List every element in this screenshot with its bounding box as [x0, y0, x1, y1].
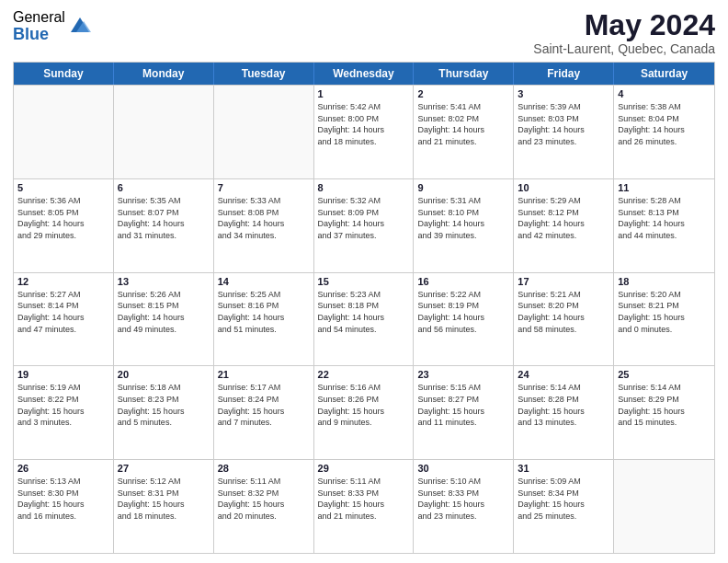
cell-day-number: 24	[518, 369, 609, 380]
cell-day-number: 22	[318, 369, 410, 380]
cell-day-number: 18	[618, 276, 711, 287]
cell-sun-info: Sunrise: 5:12 AM Sunset: 8:31 PM Dayligh…	[118, 476, 210, 522]
calendar-week-2: 5Sunrise: 5:36 AM Sunset: 8:05 PM Daylig…	[14, 178, 714, 272]
cell-sun-info: Sunrise: 5:27 AM Sunset: 8:14 PM Dayligh…	[17, 289, 109, 335]
cell-sun-info: Sunrise: 5:17 AM Sunset: 8:24 PM Dayligh…	[218, 382, 310, 428]
cell-sun-info: Sunrise: 5:38 AM Sunset: 8:04 PM Dayligh…	[618, 101, 711, 147]
calendar-week-5: 26Sunrise: 5:13 AM Sunset: 8:30 PM Dayli…	[14, 459, 714, 553]
calendar-day-header: Thursday	[414, 63, 514, 85]
calendar-cell: 21Sunrise: 5:17 AM Sunset: 8:24 PM Dayli…	[214, 366, 314, 459]
calendar-cell: 19Sunrise: 5:19 AM Sunset: 8:22 PM Dayli…	[14, 366, 114, 459]
calendar-cell: 30Sunrise: 5:10 AM Sunset: 8:33 PM Dayli…	[414, 460, 514, 553]
cell-sun-info: Sunrise: 5:33 AM Sunset: 8:08 PM Dayligh…	[218, 195, 310, 241]
calendar-cell	[14, 86, 114, 178]
cell-sun-info: Sunrise: 5:25 AM Sunset: 8:16 PM Dayligh…	[218, 289, 310, 335]
calendar-cell: 1Sunrise: 5:42 AM Sunset: 8:00 PM Daylig…	[314, 86, 415, 178]
calendar-cell: 26Sunrise: 5:13 AM Sunset: 8:30 PM Dayli…	[14, 460, 114, 553]
cell-sun-info: Sunrise: 5:09 AM Sunset: 8:34 PM Dayligh…	[518, 476, 609, 522]
calendar-week-1: 1Sunrise: 5:42 AM Sunset: 8:00 PM Daylig…	[14, 85, 714, 178]
cell-sun-info: Sunrise: 5:18 AM Sunset: 8:23 PM Dayligh…	[118, 382, 210, 428]
logo-icon	[67, 12, 93, 38]
calendar-cell: 2Sunrise: 5:41 AM Sunset: 8:02 PM Daylig…	[414, 86, 514, 178]
calendar-cell: 18Sunrise: 5:20 AM Sunset: 8:21 PM Dayli…	[614, 273, 714, 366]
calendar-header-row: SundayMondayTuesdayWednesdayThursdayFrid…	[14, 63, 714, 85]
cell-day-number: 20	[118, 369, 210, 380]
logo: General Blue	[13, 9, 93, 43]
calendar-day-header: Wednesday	[314, 63, 415, 85]
calendar-cell: 28Sunrise: 5:11 AM Sunset: 8:32 PM Dayli…	[214, 460, 314, 553]
cell-sun-info: Sunrise: 5:10 AM Sunset: 8:33 PM Dayligh…	[417, 476, 509, 522]
calendar-cell: 17Sunrise: 5:21 AM Sunset: 8:20 PM Dayli…	[514, 273, 614, 366]
cell-sun-info: Sunrise: 5:28 AM Sunset: 8:13 PM Dayligh…	[618, 195, 711, 241]
cell-sun-info: Sunrise: 5:39 AM Sunset: 8:03 PM Dayligh…	[518, 101, 609, 147]
cell-sun-info: Sunrise: 5:36 AM Sunset: 8:05 PM Dayligh…	[17, 195, 109, 241]
cell-day-number: 19	[17, 369, 109, 380]
calendar-cell: 24Sunrise: 5:14 AM Sunset: 8:28 PM Dayli…	[514, 366, 614, 459]
calendar-cell: 29Sunrise: 5:11 AM Sunset: 8:33 PM Dayli…	[314, 460, 415, 553]
calendar-cell: 22Sunrise: 5:16 AM Sunset: 8:26 PM Dayli…	[314, 366, 415, 459]
cell-day-number: 6	[118, 182, 210, 193]
location-subtitle: Saint-Laurent, Quebec, Canada	[533, 41, 715, 56]
calendar-cell: 25Sunrise: 5:14 AM Sunset: 8:29 PM Dayli…	[614, 366, 714, 459]
cell-sun-info: Sunrise: 5:20 AM Sunset: 8:21 PM Dayligh…	[618, 289, 711, 335]
cell-sun-info: Sunrise: 5:32 AM Sunset: 8:09 PM Dayligh…	[318, 195, 410, 241]
calendar: SundayMondayTuesdayWednesdayThursdayFrid…	[13, 62, 715, 554]
cell-day-number: 10	[518, 182, 609, 193]
calendar-cell: 23Sunrise: 5:15 AM Sunset: 8:27 PM Dayli…	[414, 366, 514, 459]
calendar-day-header: Sunday	[14, 63, 114, 85]
calendar-cell: 3Sunrise: 5:39 AM Sunset: 8:03 PM Daylig…	[514, 86, 614, 178]
calendar-cell	[614, 460, 714, 553]
cell-sun-info: Sunrise: 5:13 AM Sunset: 8:30 PM Dayligh…	[17, 476, 109, 522]
calendar-week-4: 19Sunrise: 5:19 AM Sunset: 8:22 PM Dayli…	[14, 365, 714, 459]
cell-sun-info: Sunrise: 5:19 AM Sunset: 8:22 PM Dayligh…	[17, 382, 109, 428]
cell-day-number: 13	[118, 276, 210, 287]
cell-sun-info: Sunrise: 5:26 AM Sunset: 8:15 PM Dayligh…	[118, 289, 210, 335]
cell-sun-info: Sunrise: 5:29 AM Sunset: 8:12 PM Dayligh…	[518, 195, 609, 241]
calendar-day-header: Friday	[514, 63, 614, 85]
cell-sun-info: Sunrise: 5:11 AM Sunset: 8:33 PM Dayligh…	[318, 476, 410, 522]
calendar-day-header: Monday	[114, 63, 214, 85]
calendar-cell: 31Sunrise: 5:09 AM Sunset: 8:34 PM Dayli…	[514, 460, 614, 553]
logo-general: General	[13, 9, 65, 26]
cell-day-number: 2	[417, 88, 509, 99]
cell-day-number: 7	[218, 182, 310, 193]
cell-sun-info: Sunrise: 5:31 AM Sunset: 8:10 PM Dayligh…	[417, 195, 509, 241]
calendar-cell: 16Sunrise: 5:22 AM Sunset: 8:19 PM Dayli…	[414, 273, 514, 366]
cell-day-number: 31	[518, 463, 609, 474]
calendar-cell: 27Sunrise: 5:12 AM Sunset: 8:31 PM Dayli…	[114, 460, 214, 553]
calendar-cell: 13Sunrise: 5:26 AM Sunset: 8:15 PM Dayli…	[114, 273, 214, 366]
cell-sun-info: Sunrise: 5:22 AM Sunset: 8:19 PM Dayligh…	[417, 289, 509, 335]
calendar-cell: 11Sunrise: 5:28 AM Sunset: 8:13 PM Dayli…	[614, 179, 714, 272]
calendar-cell	[114, 86, 214, 178]
cell-day-number: 4	[618, 88, 711, 99]
calendar-cell: 6Sunrise: 5:35 AM Sunset: 8:07 PM Daylig…	[114, 179, 214, 272]
calendar-cell: 14Sunrise: 5:25 AM Sunset: 8:16 PM Dayli…	[214, 273, 314, 366]
calendar-week-3: 12Sunrise: 5:27 AM Sunset: 8:14 PM Dayli…	[14, 272, 714, 366]
calendar-cell: 15Sunrise: 5:23 AM Sunset: 8:18 PM Dayli…	[314, 273, 415, 366]
cell-sun-info: Sunrise: 5:14 AM Sunset: 8:28 PM Dayligh…	[518, 382, 609, 428]
calendar-cell: 12Sunrise: 5:27 AM Sunset: 8:14 PM Dayli…	[14, 273, 114, 366]
calendar-cell: 5Sunrise: 5:36 AM Sunset: 8:05 PM Daylig…	[14, 179, 114, 272]
page: General Blue May 2024 Saint-Laurent, Que…	[0, 0, 728, 563]
calendar-cell: 7Sunrise: 5:33 AM Sunset: 8:08 PM Daylig…	[214, 179, 314, 272]
title-block: May 2024 Saint-Laurent, Quebec, Canada	[533, 9, 715, 56]
cell-day-number: 29	[318, 463, 410, 474]
cell-sun-info: Sunrise: 5:14 AM Sunset: 8:29 PM Dayligh…	[618, 382, 711, 428]
calendar-cell: 20Sunrise: 5:18 AM Sunset: 8:23 PM Dayli…	[114, 366, 214, 459]
cell-sun-info: Sunrise: 5:16 AM Sunset: 8:26 PM Dayligh…	[318, 382, 410, 428]
cell-day-number: 1	[318, 88, 410, 99]
cell-day-number: 14	[218, 276, 310, 287]
calendar-day-header: Tuesday	[214, 63, 314, 85]
cell-day-number: 8	[318, 182, 410, 193]
cell-day-number: 5	[17, 182, 109, 193]
cell-day-number: 21	[218, 369, 310, 380]
logo-text: General Blue	[13, 9, 65, 43]
cell-day-number: 23	[417, 369, 509, 380]
cell-sun-info: Sunrise: 5:23 AM Sunset: 8:18 PM Dayligh…	[318, 289, 410, 335]
header: General Blue May 2024 Saint-Laurent, Que…	[13, 9, 715, 56]
cell-day-number: 17	[518, 276, 609, 287]
cell-sun-info: Sunrise: 5:41 AM Sunset: 8:02 PM Dayligh…	[417, 101, 509, 147]
calendar-body: 1Sunrise: 5:42 AM Sunset: 8:00 PM Daylig…	[14, 85, 714, 553]
cell-day-number: 30	[417, 463, 509, 474]
cell-sun-info: Sunrise: 5:11 AM Sunset: 8:32 PM Dayligh…	[218, 476, 310, 522]
